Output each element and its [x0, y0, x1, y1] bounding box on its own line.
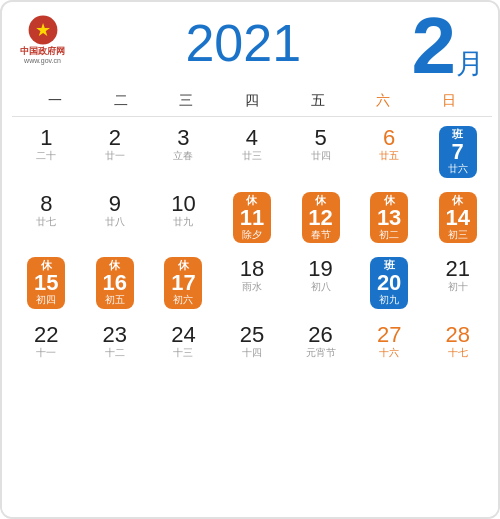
day-10: 10 廿九 [149, 189, 218, 247]
badge-15: 休 15 初四 [27, 257, 65, 309]
badge-sub-20: 初九 [379, 294, 399, 305]
day-num-5: 5 [314, 126, 326, 150]
day-sub-1: 二十 [36, 150, 56, 162]
day-sub-25: 十四 [242, 347, 262, 359]
day-5: 5 廿四 [286, 123, 355, 181]
week-row-3: 休 15 初四 休 16 初五 休 17 初六 18 雨水 [2, 250, 500, 312]
day-sub-4: 廿三 [242, 150, 262, 162]
badge-sub-13: 初二 [379, 229, 399, 240]
day-sub-27: 十六 [379, 347, 399, 359]
badge-sub-17: 初六 [173, 294, 193, 305]
month-display: 2 [412, 6, 457, 86]
logo-area: ★ 中国政府网 www.gov.cn [20, 14, 65, 64]
day-26: 26 元宵节 [286, 320, 355, 362]
day-6: 6 廿五 [355, 123, 424, 181]
day-11: 休 11 除夕 [218, 189, 287, 247]
day-9: 9 廿八 [81, 189, 150, 247]
site-url: www.gov.cn [24, 57, 61, 64]
badge-num-20: 20 [377, 272, 401, 294]
day-num-28: 28 [445, 323, 469, 347]
badge-sub-14: 初三 [448, 229, 468, 240]
header-right: 2 月 [412, 14, 485, 86]
day-num-25: 25 [240, 323, 264, 347]
badge-14: 休 14 初三 [439, 192, 477, 244]
day-2: 2 廿一 [81, 123, 150, 181]
calendar-container: ★ 中国政府网 www.gov.cn 2021 2 月 一 二 三 四 五 六 … [2, 2, 500, 519]
weekday-sat: 六 [351, 90, 417, 112]
day-sub-8: 廿七 [36, 216, 56, 228]
day-18: 18 雨水 [218, 254, 287, 312]
day-num-21: 21 [445, 257, 469, 281]
badge-num-15: 15 [34, 272, 58, 294]
day-sub-23: 十二 [105, 347, 125, 359]
day-num-10: 10 [171, 192, 195, 216]
week-row-4: 22 十一 23 十二 24 十三 25 十四 26 元宵节 27 十六 2 [2, 316, 500, 362]
year-display: 2021 [185, 17, 301, 69]
day-num-27: 27 [377, 323, 401, 347]
day-num-1: 1 [40, 126, 52, 150]
top-header: ★ 中国政府网 www.gov.cn 2021 2 月 [2, 2, 500, 90]
day-sub-19: 初八 [311, 281, 331, 293]
badge-sub-16: 初五 [105, 294, 125, 305]
day-sub-6: 廿五 [379, 150, 399, 162]
day-sub-10: 廿九 [173, 216, 193, 228]
badge-sub-15: 初四 [36, 294, 56, 305]
site-name: 中国政府网 [20, 46, 65, 57]
svg-text:★: ★ [35, 20, 51, 40]
day-27: 27 十六 [355, 320, 424, 362]
badge-7: 班 7 廿六 [439, 126, 477, 178]
day-sub-24: 十三 [173, 347, 193, 359]
day-num-8: 8 [40, 192, 52, 216]
day-1: 1 二十 [12, 123, 81, 181]
day-25: 25 十四 [218, 320, 287, 362]
badge-sub-7: 廿六 [448, 163, 468, 174]
day-19: 19 初八 [286, 254, 355, 312]
day-num-24: 24 [171, 323, 195, 347]
day-16: 休 16 初五 [81, 254, 150, 312]
month-suffix: 月 [456, 45, 484, 83]
badge-12: 休 12 春节 [302, 192, 340, 244]
weekday-fri: 五 [285, 90, 351, 112]
logo-emblem: ★ [27, 14, 59, 46]
day-num-26: 26 [308, 323, 332, 347]
day-sub-2: 廿一 [105, 150, 125, 162]
day-7: 班 7 廿六 [423, 123, 492, 181]
badge-num-11: 11 [240, 207, 264, 229]
day-14: 休 14 初三 [423, 189, 492, 247]
day-num-4: 4 [246, 126, 258, 150]
day-num-22: 22 [34, 323, 58, 347]
badge-num-16: 16 [103, 272, 127, 294]
day-num-2: 2 [109, 126, 121, 150]
weekday-thu: 四 [219, 90, 285, 112]
day-4: 4 廿三 [218, 123, 287, 181]
day-20: 班 20 初九 [355, 254, 424, 312]
day-21: 21 初十 [423, 254, 492, 312]
day-13: 休 13 初二 [355, 189, 424, 247]
badge-20: 班 20 初九 [370, 257, 408, 309]
day-sub-26: 元宵节 [306, 347, 336, 359]
badge-num-13: 13 [377, 207, 401, 229]
weekday-tue: 二 [88, 90, 154, 112]
day-sub-28: 十七 [448, 347, 468, 359]
badge-13: 休 13 初二 [370, 192, 408, 244]
badge-11: 休 11 除夕 [233, 192, 271, 244]
badge-sub-12: 春节 [311, 229, 331, 240]
day-24: 24 十三 [149, 320, 218, 362]
day-num-23: 23 [103, 323, 127, 347]
day-15: 休 15 初四 [12, 254, 81, 312]
day-22: 22 十一 [12, 320, 81, 362]
badge-16: 休 16 初五 [96, 257, 134, 309]
day-num-18: 18 [240, 257, 264, 281]
day-sub-9: 廿八 [105, 216, 125, 228]
weekdays-header: 一 二 三 四 五 六 日 [12, 90, 492, 117]
badge-num-12: 12 [308, 207, 332, 229]
day-num-19: 19 [308, 257, 332, 281]
day-17: 休 17 初六 [149, 254, 218, 312]
day-num-3: 3 [177, 126, 189, 150]
day-sub-3: 立春 [173, 150, 193, 162]
day-num-6: 6 [383, 126, 395, 150]
day-8: 8 廿七 [12, 189, 81, 247]
day-sub-18: 雨水 [242, 281, 262, 293]
badge-17: 休 17 初六 [164, 257, 202, 309]
day-3: 3 立春 [149, 123, 218, 181]
